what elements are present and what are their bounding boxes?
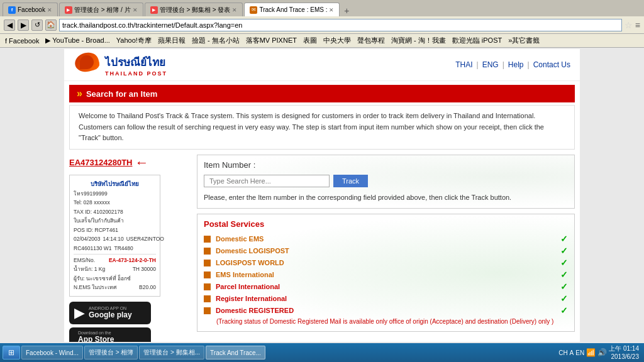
volume-icon: 🔊: [597, 348, 607, 357]
bookmark-youtube[interactable]: ▶ YouTube - Broad...: [43, 36, 112, 45]
check-7: ✓: [560, 305, 568, 315]
receipt-date-row: 02/04/2003 14:14:10 USER4ZINTOO: [74, 234, 156, 243]
receipt-nems-price: N.EMS ในประเทศ B20.00: [74, 283, 156, 292]
logo-text-area: ไปรษณีย์ไทย THAILAND POST: [105, 53, 167, 77]
search-arrow-icon: »: [77, 88, 82, 99]
service-row-2: Domestic LOGISPOST ✓: [204, 246, 568, 256]
bookmark-facebook[interactable]: f Facebook: [3, 36, 42, 45]
postal-services-title: Postal Services: [204, 219, 568, 229]
receipt-invoice: ใบเสร็จ/ใบกำกับสินค้า: [74, 216, 156, 225]
tab-4-active[interactable]: ✉ Track And Trace : EMS : ✕: [244, 3, 340, 16]
tab-4-close[interactable]: ✕: [329, 7, 334, 13]
tab-2[interactable]: ▶ 管理後台 > 相簿 / 片 ✕: [59, 3, 143, 16]
bookmark-ipost[interactable]: 歡迎光臨 iPOST: [450, 35, 504, 46]
tab-1-close[interactable]: ✕: [47, 7, 52, 13]
ios-label-large: App Store: [78, 335, 114, 342]
service-row-1: Domestic EMS ✓: [204, 234, 568, 244]
check-3: ✓: [560, 258, 568, 268]
address-bar[interactable]: [59, 19, 622, 31]
receipt-rc: RC4601130 W1 TR4480: [74, 244, 156, 253]
service-bullet-7: [204, 307, 211, 314]
search-hint: Please, enter the Item number in the cor…: [204, 192, 568, 204]
service-row-7: Domestic REGISTERED ✓: [204, 305, 568, 315]
android-label-large: Google play: [89, 310, 132, 319]
en-indicator: EN: [575, 349, 584, 356]
tab-1-title: Facebook: [18, 6, 45, 13]
windows-icon: ⊞: [8, 348, 14, 357]
tab-2-close[interactable]: ✕: [133, 7, 138, 13]
logo-icon: [74, 53, 101, 77]
search-header-title: Search for an Item: [86, 89, 157, 99]
bookmarks-bar: f Facebook ▶ YouTube - Broad... Yahoo!奇摩…: [0, 34, 644, 48]
app-buttons: ▶ ANDROID APP ON Google play Download on…: [69, 302, 192, 342]
bookmark-taobao[interactable]: 淘寶網 - 淘！我畫: [389, 35, 448, 46]
receipt-box: บริษัทไปรษณีย์ไทย โทร99199999 Tel: 028 x…: [69, 175, 160, 297]
nav-contact[interactable]: Contact Us: [533, 60, 570, 69]
menu-icon[interactable]: ≡: [635, 20, 640, 30]
service-row-6: Register International ✓: [204, 293, 568, 304]
receipt-recipient: ผู้รับ: นะเขรซรค์ที่ อ็อกซ์: [74, 274, 156, 283]
receipt-tel2: Tel: 028 xxxxxx: [74, 198, 156, 207]
taskbar-item-4-active[interactable]: Track And Trace...: [206, 346, 265, 359]
taskbar-item-1[interactable]: Facebook - Wind...: [21, 346, 83, 359]
service-name-1: Domestic EMS: [216, 235, 555, 243]
receipt-company: บริษัทไปรษณีย์ไทย: [74, 179, 156, 189]
taskbar-system-tray: CH A EN 📶 🔊 上午 01:14 2013/6/23: [556, 344, 641, 361]
back-button[interactable]: ◀: [4, 19, 15, 31]
date-display: 2013/6/23: [609, 353, 639, 361]
track-button[interactable]: Track: [333, 175, 368, 187]
ios-label-small: Download on the: [78, 331, 114, 335]
bookmark-biaotu[interactable]: 表圖: [301, 35, 319, 46]
tab-3[interactable]: ▶ 管理後台 > 郵集相 > 發表 ✕: [145, 3, 243, 16]
service-bullet-3: [204, 260, 211, 266]
taskbar-item-3[interactable]: 管理後台 > 郵集相...: [139, 346, 204, 359]
receipt-tax: TAX ID: 4102002178: [74, 207, 156, 216]
service-bullet-5: [204, 283, 211, 290]
reload-button[interactable]: ↺: [31, 19, 43, 31]
app-store-button[interactable]: Download on the App Store: [69, 327, 151, 342]
start-button[interactable]: ⊞: [3, 346, 20, 359]
taskbar-item-2[interactable]: 管理後台 > 相簿: [84, 346, 138, 359]
home-button[interactable]: 🏠: [45, 19, 57, 31]
welcome-box: Welcome to Thailand Post's Track & Trace…: [69, 105, 575, 150]
bookmark-jianti[interactable]: 撿題 - 無名小站: [189, 35, 242, 46]
bookmark-others[interactable]: »其它書籤: [506, 35, 542, 46]
main-columns: EA473124280TH ← บริษัทไปรษณีย์ไทย โทร991…: [69, 155, 575, 342]
toolbar: ◀ ▶ ↺ 🏠 ☆ ≡: [0, 16, 644, 34]
network-icon: 📶: [586, 348, 596, 357]
bookmark-ptt[interactable]: 聲包專程: [355, 35, 387, 46]
search-input[interactable]: [204, 175, 330, 187]
tab-3-close[interactable]: ✕: [232, 7, 237, 13]
left-panel: EA473124280TH ← บริษัทไปรษณีย์ไทย โทร991…: [69, 155, 192, 342]
service-row-4: EMS International ✓: [204, 270, 568, 280]
service-row-5: Parcel International ✓: [204, 282, 568, 292]
item-number-section: Item Number : Track Please, enter the It…: [197, 155, 575, 209]
service-bullet-2: [204, 248, 211, 255]
tab-1[interactable]: f Facebook ✕: [3, 3, 58, 16]
bookmark-yahoo[interactable]: Yahoo!奇摩: [114, 35, 154, 46]
bookmark-ncu[interactable]: 中央大學: [321, 35, 353, 46]
logo-en: THAILAND POST: [105, 70, 167, 77]
service-name-4: EMS International: [216, 271, 555, 278]
nav-help[interactable]: Help: [508, 60, 524, 69]
right-panel: Item Number : Track Please, enter the It…: [197, 155, 575, 332]
registered-note: (Tracking status of Domestic Registered …: [216, 317, 568, 326]
star-icon[interactable]: ☆: [625, 20, 633, 30]
bookmark-apple[interactable]: 蘋果日報: [155, 35, 188, 46]
arrow-left-icon: ←: [135, 155, 148, 171]
service-name-6: Register International: [216, 295, 555, 302]
new-tab-btn[interactable]: +: [341, 5, 352, 16]
ch-indicator: CH: [558, 349, 567, 356]
nav-eng[interactable]: ENG: [482, 60, 499, 69]
bookmark-pixnet[interactable]: 落客MV PIXNET: [243, 35, 299, 46]
service-bullet-4: [204, 272, 211, 278]
tab-3-title: 管理後台 > 郵集相 > 發表: [160, 6, 231, 14]
google-play-button[interactable]: ▶ ANDROID APP ON Google play: [69, 302, 151, 324]
page-header: ไปรษณีย์ไทย THAILAND POST THAI | ENG | H…: [64, 49, 580, 81]
taskbar-items: Facebook - Wind... 管理後台 > 相簿 管理後台 > 郵集相.…: [21, 346, 555, 359]
forward-button[interactable]: ▶: [18, 19, 29, 31]
nav-thai[interactable]: THAI: [455, 60, 472, 69]
receipt-tel1: โทร99199999: [74, 189, 156, 198]
service-name-3: LOGISPOST WORLD: [216, 259, 555, 266]
service-row-3: LOGISPOST WORLD ✓: [204, 258, 568, 268]
